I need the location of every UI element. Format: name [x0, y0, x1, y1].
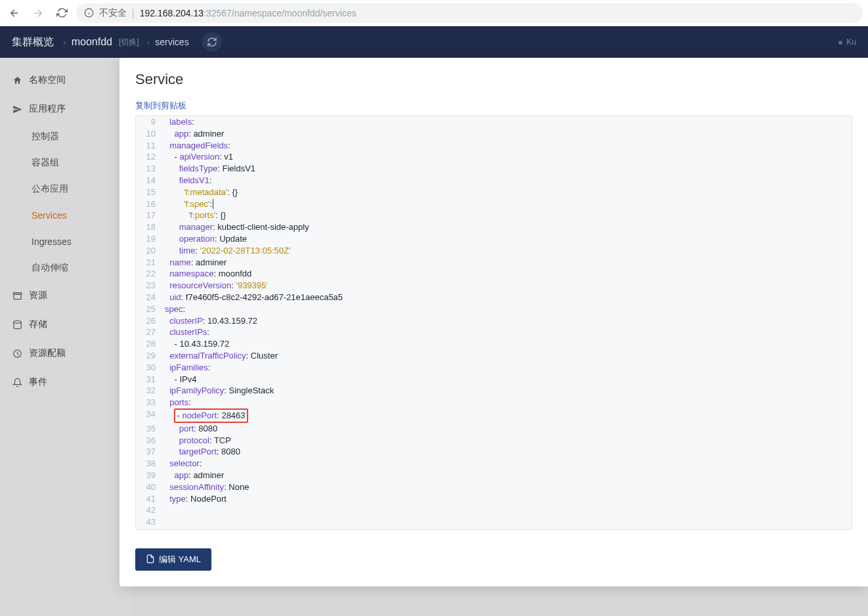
line-number: 25 — [136, 303, 162, 315]
code-content: targetPort: 8080 — [162, 446, 852, 458]
code-content: - 10.43.159.72 — [162, 338, 852, 350]
refresh-button[interactable] — [202, 32, 222, 52]
code-content: ipFamilies: — [162, 362, 852, 374]
security-label: 不安全 — [99, 7, 127, 19]
code-content: spec: — [162, 303, 852, 315]
line-number: 28 — [136, 338, 162, 350]
url-path: :32567/namespace/moonfdd/services — [204, 8, 357, 18]
line-number: 40 — [136, 481, 162, 493]
yaml-code-block[interactable]: 9 labels:10 app: adminer11 managedFields… — [135, 116, 852, 530]
line-number: 38 — [136, 458, 162, 470]
code-line: 38 selector: — [136, 458, 852, 470]
code-line: 32 ipFamilyPolicy: SingleStack — [136, 385, 852, 397]
line-number: 24 — [136, 292, 162, 303]
code-line: 37 targetPort: 8080 — [136, 446, 852, 458]
line-number: 35 — [136, 423, 162, 435]
code-line: 42 — [136, 504, 852, 516]
code-content: fieldsV1: — [162, 175, 852, 187]
back-button[interactable] — [5, 4, 24, 22]
code-line: 13 fieldsType: FieldsV1 — [136, 163, 852, 175]
code-line: 10 app: adminer — [136, 128, 852, 140]
code-line: 11 managedFields: — [136, 140, 852, 152]
code-line: 24 uid: f7e460f5-c8c2-4292-ad67-21e1aeec… — [136, 292, 852, 303]
code-line: 21 name: adminer — [136, 257, 852, 269]
code-content: name: adminer — [162, 257, 852, 269]
line-number: 39 — [136, 470, 162, 481]
code-content: managedFields: — [162, 140, 852, 152]
code-line: 41 type: NodePort — [136, 493, 852, 505]
code-content: protocol: TCP — [162, 435, 852, 447]
code-line: 23 resourceVersion: '939395' — [136, 280, 852, 292]
code-content: namespace: moonfdd — [162, 268, 852, 280]
line-number: 23 — [136, 280, 162, 292]
code-content: selector: — [162, 458, 852, 470]
breadcrumb-resource[interactable]: services — [155, 37, 188, 47]
chevron-right-icon: › — [147, 37, 150, 47]
line-number: 32 — [136, 385, 162, 397]
line-number: 29 — [136, 350, 162, 362]
line-number: 11 — [136, 140, 162, 152]
code-line: 36 protocol: TCP — [136, 435, 852, 447]
code-content: ipFamilyPolicy: SingleStack — [162, 385, 852, 397]
reload-button[interactable] — [53, 4, 71, 22]
document-icon — [146, 554, 155, 565]
line-number: 20 — [136, 245, 162, 257]
breadcrumb-root[interactable]: 集群概览 — [12, 35, 54, 49]
code-line: 16 'f:spec': — [136, 198, 852, 210]
line-number: 9 — [136, 116, 162, 128]
code-content: operation: Update — [162, 233, 852, 245]
service-detail-modal: Service 复制到剪贴板 9 labels:10 app: adminer1… — [119, 58, 868, 586]
line-number: 21 — [136, 257, 162, 269]
code-content: - nodePort: 28463 — [162, 408, 852, 423]
line-number: 18 — [136, 221, 162, 233]
code-content: labels: — [162, 116, 852, 128]
code-content — [162, 504, 852, 516]
line-number: 16 — [136, 198, 162, 210]
status-dot-icon — [838, 41, 842, 45]
line-number: 36 — [136, 435, 162, 447]
code-content: ports: — [162, 397, 852, 408]
code-line: 33 ports: — [136, 397, 852, 408]
code-content: - IPv4 — [162, 374, 852, 385]
code-line: 28 - 10.43.159.72 — [136, 338, 852, 350]
code-line: 9 labels: — [136, 116, 852, 128]
code-content: time: '2022-02-28T13:05:50Z' — [162, 245, 852, 257]
code-line: 30 ipFamilies: — [136, 362, 852, 374]
code-line: 31 - IPv4 — [136, 374, 852, 385]
code-line: 19 operation: Update — [136, 233, 852, 245]
copy-to-clipboard-link[interactable]: 复制到剪贴板 — [135, 100, 852, 112]
switch-namespace-link[interactable]: [切换] — [119, 37, 139, 48]
breadcrumb-namespace[interactable]: moonfdd — [72, 36, 112, 48]
line-number: 27 — [136, 326, 162, 338]
code-line: 17 'f:ports': {} — [136, 209, 852, 221]
modal-footer: 编辑 YAML — [135, 530, 852, 571]
url-host: 192.168.204.13 — [140, 8, 204, 18]
line-number: 30 — [136, 362, 162, 374]
code-content: externalTrafficPolicy: Cluster — [162, 350, 852, 362]
app-topnav: 集群概览 › moonfdd [切换] › services Ku — [0, 26, 868, 58]
code-line: 14 fieldsV1: — [136, 175, 852, 187]
edit-yaml-label: 编辑 YAML — [159, 554, 201, 565]
line-number: 15 — [136, 187, 162, 198]
code-content: sessionAffinity: None — [162, 481, 852, 493]
code-line: 29 externalTrafficPolicy: Cluster — [136, 350, 852, 362]
line-number: 22 — [136, 268, 162, 280]
code-content: port: 8080 — [162, 423, 852, 435]
line-number: 33 — [136, 397, 162, 408]
code-content: manager: kubectl-client-side-apply — [162, 221, 852, 233]
edit-yaml-button[interactable]: 编辑 YAML — [135, 548, 211, 571]
code-content — [162, 516, 852, 528]
code-line: 35 port: 8080 — [136, 423, 852, 435]
address-bar[interactable]: 不安全 | 192.168.204.13:32567/namespace/moo… — [76, 3, 863, 23]
line-number: 12 — [136, 151, 162, 163]
code-line: 26 clusterIP: 10.43.159.72 — [136, 315, 852, 327]
code-content: clusterIP: 10.43.159.72 — [162, 315, 852, 327]
code-line: 22 namespace: moonfdd — [136, 268, 852, 280]
code-line: 15 'f:metadata': {} — [136, 187, 852, 198]
line-number: 34 — [136, 408, 162, 423]
code-content: app: adminer — [162, 470, 852, 481]
line-number: 26 — [136, 315, 162, 327]
forward-button[interactable] — [29, 4, 47, 22]
topnav-right: Ku — [838, 37, 856, 47]
line-number: 31 — [136, 374, 162, 385]
